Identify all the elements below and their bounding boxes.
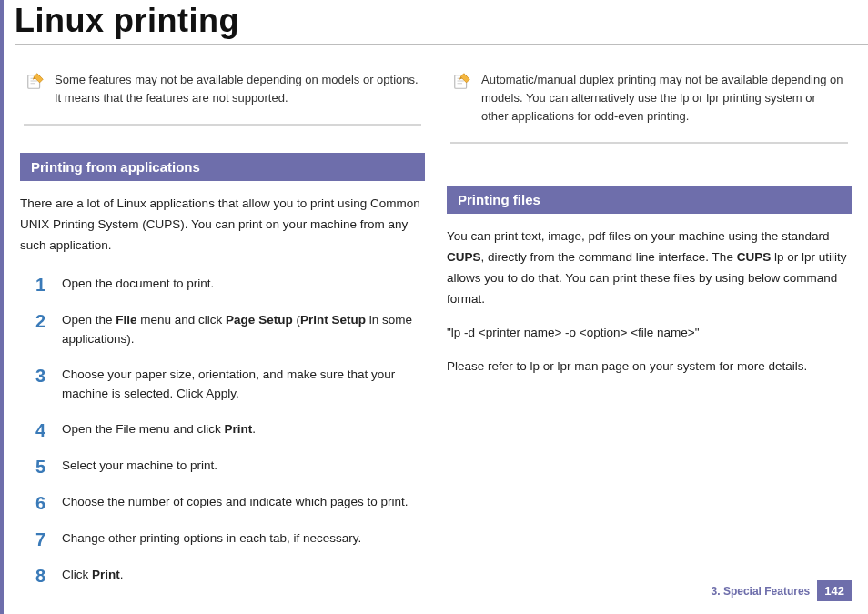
page: Linux printing Some features may not be …: [0, 0, 868, 614]
step-item: 5Select your machine to print.: [29, 457, 425, 477]
step-number: 5: [29, 457, 45, 477]
note-box: Some features may not be available depen…: [20, 71, 425, 120]
step-number: 4: [29, 420, 45, 440]
step-text: Choose the number of copies and indicate…: [62, 493, 425, 513]
page-title: Linux printing: [15, 0, 868, 40]
step-text: Open the File menu and click Print.: [62, 420, 425, 440]
steps-list: 1Open the document to print.2Open the Fi…: [20, 275, 425, 586]
left-column: Some features may not be available depen…: [20, 71, 425, 602]
paragraph: You can print text, image, pdf files on …: [447, 226, 852, 310]
note-text: Some features may not be available depen…: [55, 71, 419, 107]
step-item: 7Change other printing options in each t…: [29, 529, 425, 549]
step-text: Open the document to print.: [62, 275, 425, 295]
step-number: 6: [29, 493, 45, 513]
intro-paragraph: There are a lot of Linux applications th…: [20, 194, 425, 257]
note-rule: [450, 142, 848, 144]
step-number: 8: [29, 566, 45, 586]
step-text: Click Print.: [62, 566, 425, 586]
step-text: Select your machine to print.: [62, 457, 425, 477]
step-item: 6Choose the number of copies and indicat…: [29, 493, 425, 513]
step-text: Open the File menu and click Page Setup …: [62, 311, 425, 349]
note-rule: [24, 124, 421, 126]
note-box: Automatic/manual duplex printing may not…: [447, 71, 852, 138]
columns: Some features may not be available depen…: [4, 45, 868, 602]
right-column: Automatic/manual duplex printing may not…: [447, 71, 852, 602]
section-heading: Printing files: [447, 186, 852, 214]
title-block: Linux printing: [4, 0, 868, 45]
step-item: 1Open the document to print.: [29, 275, 425, 295]
step-number: 7: [29, 529, 45, 549]
step-text: Choose your paper size, orientation, and…: [62, 366, 425, 404]
footer-section: 3. Special Features: [712, 585, 811, 598]
command-line: "lp -d <printer name> -o <option> <file …: [447, 323, 852, 344]
section-heading: Printing from applications: [20, 153, 425, 181]
step-item: 4Open the File menu and click Print.: [29, 420, 425, 440]
step-number: 2: [29, 311, 45, 349]
paragraph: Please refer to lp or lpr man page on yo…: [447, 357, 852, 377]
step-text: Change other printing options in each ta…: [62, 529, 425, 549]
note-icon: [452, 71, 472, 91]
note-text: Automatic/manual duplex printing may not…: [481, 71, 846, 126]
step-number: 3: [29, 366, 45, 404]
step-number: 1: [29, 275, 45, 295]
footer: 3. Special Features 142: [712, 580, 852, 601]
step-item: 8Click Print.: [29, 566, 425, 586]
note-icon: [25, 71, 45, 91]
step-item: 2Open the File menu and click Page Setup…: [29, 311, 425, 349]
step-item: 3Choose your paper size, orientation, an…: [29, 366, 425, 404]
page-number-badge: 142: [817, 580, 852, 601]
